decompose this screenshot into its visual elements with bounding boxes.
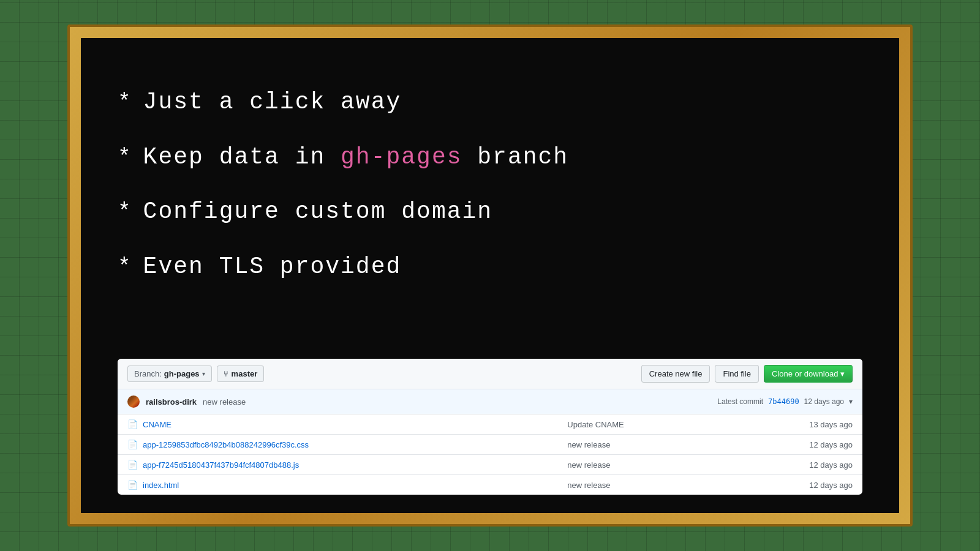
file-commit-msg: new release	[557, 475, 725, 495]
clone-or-download-button[interactable]: Clone or download ▾	[764, 365, 853, 383]
file-name-cell: 📄 CNAME	[118, 414, 557, 435]
github-panel: Branch: gh-pages ▾ ⑂ master Create new f…	[118, 359, 862, 495]
bullet-text-1: Just a click away	[143, 88, 402, 116]
branch-caret-icon: ▾	[202, 370, 205, 377]
file-icon: 📄	[127, 460, 138, 470]
file-name-cell: 📄 app-f7245d5180437f437b94fcf4807db488.j…	[118, 455, 557, 475]
file-icon: 📄	[127, 440, 138, 449]
file-name-cell: 📄 app-1259853dfbc8492b4b088242996cf39c.c…	[118, 435, 557, 455]
file-icon: 📄	[127, 419, 138, 429]
bullet-item-1: * Just a click away	[118, 75, 862, 130]
file-name-cell: 📄 index.html	[118, 475, 557, 495]
bullet-item-2: * Keep data in gh-pages branch	[118, 130, 862, 185]
blackboard-content: * Just a click away * Keep data in gh-pa…	[81, 38, 899, 513]
bullet-text-4: Even TLS provided	[143, 253, 402, 281]
branch-label: Branch:	[134, 369, 162, 378]
file-commit-msg: new release	[557, 455, 725, 475]
find-file-button[interactable]: Find file	[715, 365, 759, 383]
file-commit-msg: Update CNAME	[557, 414, 725, 435]
author-avatar	[127, 395, 140, 408]
bullet-list: * Just a click away * Keep data in gh-pa…	[118, 62, 862, 353]
file-link[interactable]: app-f7245d5180437f437b94fcf4807db488.js	[143, 460, 299, 470]
bullet-text-3: Configure custom domain	[143, 198, 493, 226]
bullet-item-3: * Configure custom domain	[118, 184, 862, 239]
expand-commit-button[interactable]: ▾	[849, 397, 853, 406]
bullet-star-2: *	[118, 147, 131, 169]
table-row: 📄 index.html new release 12 days ago	[118, 475, 862, 495]
commit-row: railsbros-dirk new release Latest commit…	[118, 389, 862, 414]
branch-dropdown-button[interactable]: Branch: gh-pages ▾	[127, 365, 212, 382]
file-link[interactable]: index.html	[143, 481, 179, 490]
file-icon: 📄	[127, 480, 138, 490]
table-row: 📄 app-f7245d5180437f437b94fcf4807db488.j…	[118, 455, 862, 475]
file-time: 13 days ago	[725, 414, 862, 435]
git-branch-icon: ⑂	[224, 370, 228, 378]
blackboard-frame: * Just a click away * Keep data in gh-pa…	[67, 24, 913, 527]
toolbar-right: Create new file Find file Clone or downl…	[641, 365, 853, 383]
branch-name: gh-pages	[164, 369, 200, 378]
file-link[interactable]: CNAME	[143, 420, 172, 429]
file-time: 12 days ago	[725, 455, 862, 475]
commit-message: new release	[203, 397, 246, 407]
bullet-star-1: *	[118, 92, 131, 114]
gh-pages-highlight: gh-pages	[341, 144, 462, 170]
commit-meta: Latest commit 7b44690 12 days ago ▾	[717, 397, 853, 406]
bullet-star-4: *	[118, 257, 131, 279]
file-link[interactable]: app-1259853dfbc8492b4b088242996cf39c.css	[143, 440, 309, 449]
bullet-star-3: *	[118, 201, 131, 223]
bullet-item-4: * Even TLS provided	[118, 239, 862, 294]
github-toolbar: Branch: gh-pages ▾ ⑂ master Create new f…	[118, 359, 862, 389]
master-label: master	[232, 369, 258, 378]
table-row: 📄 CNAME Update CNAME 13 days ago	[118, 414, 862, 435]
table-row: 📄 app-1259853dfbc8492b4b088242996cf39c.c…	[118, 435, 862, 455]
bullet-text-2: Keep data in gh-pages branch	[143, 143, 569, 171]
latest-commit-label: Latest commit	[717, 397, 763, 406]
file-commit-msg: new release	[557, 435, 725, 455]
create-new-file-button[interactable]: Create new file	[641, 365, 710, 383]
master-branch-button[interactable]: ⑂ master	[217, 365, 265, 382]
commit-hash[interactable]: 7b44690	[768, 397, 799, 406]
file-time: 12 days ago	[725, 475, 862, 495]
file-table: 📄 CNAME Update CNAME 13 days ago 📄 ap	[118, 414, 862, 495]
file-time: 12 days ago	[725, 435, 862, 455]
commit-time: 12 days ago	[804, 397, 844, 406]
commit-author: railsbros-dirk	[146, 397, 197, 407]
